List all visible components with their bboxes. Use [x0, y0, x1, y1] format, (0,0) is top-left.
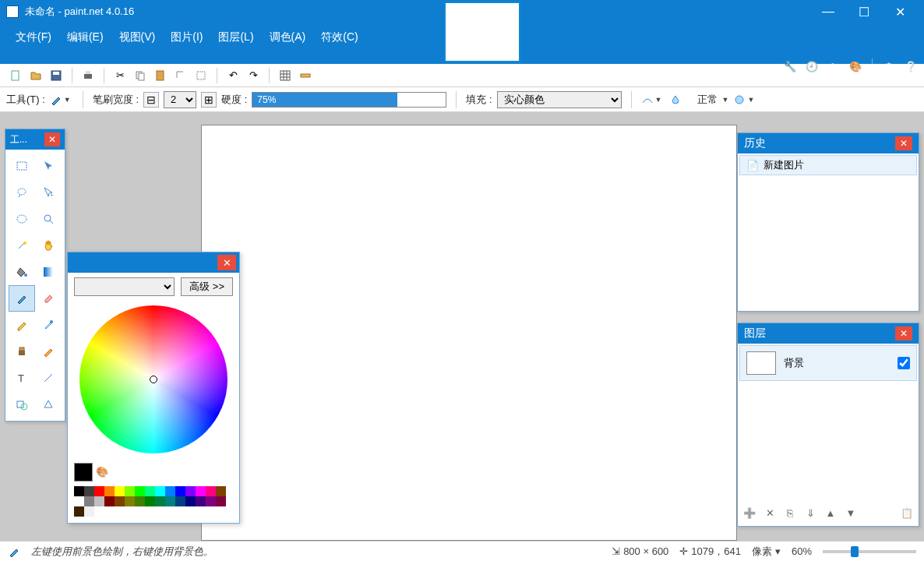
save-file-button[interactable]: [47, 66, 65, 85]
add-layer-button[interactable]: ➕: [741, 504, 758, 521]
brush-width-increase-button[interactable]: ⊞: [201, 92, 217, 108]
color-picker-tool[interactable]: [35, 312, 62, 338]
history-window-icon[interactable]: 🕘: [803, 58, 820, 75]
palette-swatch[interactable]: [94, 496, 104, 506]
palette-swatch[interactable]: [175, 496, 185, 506]
colors-panel-close-button[interactable]: ✕: [217, 255, 236, 270]
crop-selection-button[interactable]: [171, 66, 190, 85]
palette-swatch[interactable]: [84, 496, 94, 506]
fill-select[interactable]: 实心颜色: [497, 91, 622, 108]
ellipse-select-tool[interactable]: [9, 206, 35, 232]
line-tool[interactable]: [35, 365, 62, 391]
alpha-blend-toggle[interactable]: [669, 91, 693, 108]
layer-item[interactable]: 背景: [739, 345, 917, 381]
zoom-slider-thumb[interactable]: [851, 546, 859, 557]
layer-visible-checkbox[interactable]: [898, 357, 910, 369]
color-wheel[interactable]: [79, 305, 227, 453]
move-layer-down-button[interactable]: ▼: [842, 504, 859, 521]
hardness-slider[interactable]: 75%: [252, 92, 446, 108]
palette-swatch[interactable]: [125, 486, 135, 496]
redo-button[interactable]: ↷: [244, 66, 263, 85]
paintbrush-tool[interactable]: [9, 285, 35, 312]
unit-segment[interactable]: 像素 ▾: [752, 545, 781, 559]
palette-swatch[interactable]: [196, 496, 206, 506]
palette-swatch[interactable]: [84, 486, 94, 496]
palette-swatch[interactable]: [104, 486, 115, 496]
tools-window-icon[interactable]: 🔧: [781, 58, 799, 75]
recolor-tool[interactable]: [35, 338, 62, 365]
open-file-button[interactable]: [26, 66, 45, 85]
settings-icon[interactable]: ⚙: [880, 58, 898, 75]
move-selection-tool[interactable]: [35, 153, 62, 179]
colors-window-icon[interactable]: 🎨: [847, 58, 864, 75]
palette-swatch[interactable]: [115, 486, 125, 496]
duplicate-layer-button[interactable]: ⎘: [781, 504, 799, 521]
menu-item-3[interactable]: 图片(I): [163, 26, 210, 49]
antialias-toggle[interactable]: ▼: [641, 91, 665, 108]
layers-window-icon[interactable]: 🗂: [825, 58, 842, 75]
palette-swatch[interactable]: [155, 496, 165, 506]
zoom-slider[interactable]: [823, 550, 916, 553]
merge-layer-button[interactable]: ⇓: [802, 504, 819, 521]
palette-swatch[interactable]: [135, 486, 145, 496]
palette-swatch[interactable]: [216, 496, 226, 506]
window-minimize-button[interactable]: —: [810, 0, 846, 23]
delete-layer-button[interactable]: ✕: [761, 504, 778, 521]
palette-swatch[interactable]: [206, 496, 216, 506]
palette-swatch[interactable]: [74, 506, 84, 517]
palette-swatch[interactable]: [104, 496, 115, 506]
primary-color-swatch[interactable]: [74, 463, 93, 482]
copy-button[interactable]: [131, 66, 150, 85]
advanced-colors-button[interactable]: 高级 >>: [181, 277, 233, 296]
eraser-tool[interactable]: [35, 285, 62, 312]
menu-item-0[interactable]: 文件(F): [8, 26, 59, 49]
paste-button[interactable]: [151, 66, 170, 85]
zoom-tool[interactable]: [35, 206, 62, 232]
tools-panel-close-button[interactable]: ✕: [44, 132, 60, 146]
deselect-button[interactable]: [192, 66, 210, 85]
grid-button[interactable]: [276, 66, 294, 85]
menu-item-4[interactable]: 图层(L): [210, 26, 261, 49]
palette-swatch[interactable]: [145, 496, 155, 506]
menu-item-5[interactable]: 调色(A): [262, 26, 314, 49]
rectangle-select-tool[interactable]: [9, 153, 35, 179]
palette-swatch[interactable]: [135, 496, 145, 506]
menu-item-2[interactable]: 视图(V): [111, 26, 164, 49]
move-layer-up-button[interactable]: ▲: [822, 504, 839, 521]
palette-swatch[interactable]: [175, 486, 185, 496]
history-panel-close-button[interactable]: ✕: [895, 136, 912, 150]
shapes-tool[interactable]: [35, 391, 62, 418]
text-tool[interactable]: T: [9, 365, 35, 391]
move-selected-pixels-tool[interactable]: +: [35, 179, 62, 206]
window-close-button[interactable]: ✕: [882, 0, 918, 23]
print-button[interactable]: [79, 66, 97, 85]
palette-swatch[interactable]: [165, 496, 175, 506]
clone-stamp-tool[interactable]: [9, 338, 35, 365]
window-maximize-button[interactable]: ☐: [846, 0, 882, 23]
palette-swatch[interactable]: [155, 486, 165, 496]
palette-swatch[interactable]: [115, 496, 125, 506]
palette-swatch[interactable]: [74, 496, 84, 506]
palette-swatch[interactable]: [94, 486, 104, 496]
paint-bucket-tool[interactable]: [9, 259, 35, 285]
pencil-tool[interactable]: [9, 312, 35, 338]
ruler-button[interactable]: [296, 66, 315, 85]
palette-swatch[interactable]: [74, 486, 84, 496]
palette-swatch[interactable]: [145, 486, 155, 496]
palette-swatch[interactable]: [125, 496, 135, 506]
new-file-button[interactable]: [6, 66, 25, 85]
magic-wand-tool[interactable]: [9, 232, 35, 259]
help-icon[interactable]: ❔: [902, 58, 919, 75]
cut-button[interactable]: ✂: [111, 66, 129, 85]
undo-button[interactable]: ↶: [224, 66, 242, 85]
canvas[interactable]: [201, 125, 737, 541]
palette-swatch[interactable]: [165, 486, 175, 496]
lasso-select-tool[interactable]: [9, 179, 35, 206]
blend-mode-dropdown[interactable]: ▼: [722, 96, 729, 104]
color-mode-select[interactable]: [74, 277, 175, 296]
history-item[interactable]: 📄 新建图片: [739, 155, 917, 175]
palette-swatch[interactable]: [185, 496, 196, 506]
rectangle-shape-tool[interactable]: [9, 391, 35, 418]
pan-tool[interactable]: [35, 232, 62, 259]
add-color-icon[interactable]: 🎨: [96, 466, 108, 478]
